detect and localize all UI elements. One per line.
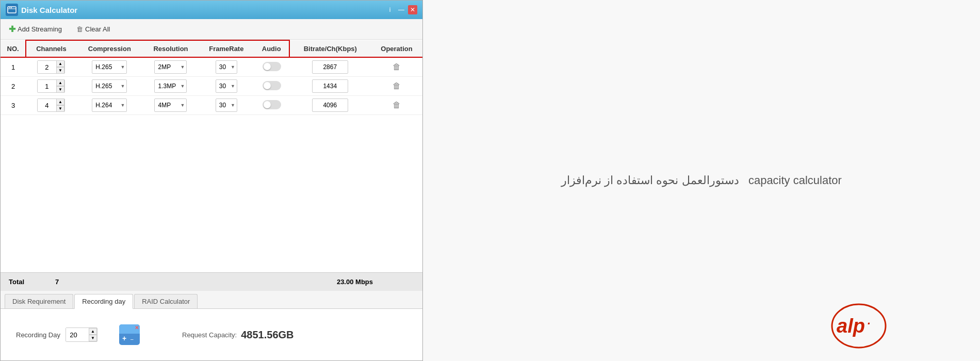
channels-up-0[interactable]: ▲ [56, 60, 64, 67]
bitrate-input-1[interactable] [312, 79, 348, 93]
channels-down-0[interactable]: ▼ [56, 67, 64, 74]
row-audio-2[interactable] [254, 96, 289, 115]
row-channels-2[interactable]: ▲ ▼ [26, 96, 76, 115]
recording-day-label: Recording Day [16, 331, 60, 339]
table-row: 3 ▲ ▼ H.265H.264H.264+H.265+▼2MP1.3MP4MP… [1, 96, 422, 115]
row-framerate-1[interactable]: 302515105▼ [199, 77, 254, 96]
audio-toggle-0[interactable] [263, 62, 281, 71]
svg-point-2 [9, 7, 10, 8]
row-compression-1[interactable]: H.265H.264H.264+H.265+▼ [76, 77, 143, 96]
framerate-select-2[interactable]: 302515105 [216, 99, 237, 112]
col-channels: Channels [26, 40, 76, 57]
calculator-icon: ✕ + – [118, 323, 141, 346]
trash-icon: 🗑 [76, 25, 83, 33]
day-spin-buttons: ▲ ▼ [89, 328, 97, 341]
add-streaming-button[interactable]: ✚ Add Streaming [6, 23, 65, 36]
channels-input-1[interactable] [38, 80, 56, 92]
row-resolution-0[interactable]: 2MP1.3MP4MP8MP1MP▼ [143, 57, 199, 77]
channels-down-2[interactable]: ▼ [56, 105, 64, 112]
audio-toggle-1[interactable] [263, 81, 281, 90]
table-row: 2 ▲ ▼ H.265H.264H.264+H.265+▼2MP1.3MP4MP… [1, 77, 422, 96]
total-value: 7 [55, 278, 59, 286]
col-bitrate: Bitrate/Ch(Kbps) [289, 40, 371, 57]
table-row: 1 ▲ ▼ H.265H.264H.264+H.265+▼2MP1.3MP4MP… [1, 57, 422, 77]
delete-btn-1[interactable]: 🗑 [389, 80, 404, 92]
col-no: NO. [1, 40, 26, 57]
col-operation: Operation [371, 40, 422, 57]
row-compression-2[interactable]: H.265H.264H.264+H.265+▼ [76, 96, 143, 115]
svg-text:alp: alp [837, 315, 865, 337]
row-operation-2[interactable]: 🗑 [371, 96, 422, 115]
svg-text:.: . [868, 314, 871, 327]
logo-area: alp . [830, 303, 887, 351]
framerate-select-0[interactable]: 302515105 [216, 60, 237, 74]
row-compression-0[interactable]: H.265H.264H.264+H.265+▼ [76, 57, 143, 77]
col-resolution: Resolution [143, 40, 199, 57]
audio-toggle-2[interactable] [263, 100, 281, 109]
recording-day-input[interactable] [66, 328, 89, 341]
tab-disk-requirement[interactable]: Disk Requirement [5, 294, 73, 308]
svg-text:–: – [130, 336, 134, 342]
total-bar: Total 7 23.00 Mbps [1, 272, 422, 291]
channels-input-2[interactable] [38, 99, 56, 111]
tab-raid-calculator[interactable]: RAID Calculator [134, 294, 198, 308]
row-channels-0[interactable]: ▲ ▼ [26, 57, 76, 77]
app-title: Disk Calculator [21, 6, 77, 14]
right-panel: capacity calculator دستورالعمل نحوه استف… [423, 0, 980, 361]
capacity-value: 4851.56GB [241, 329, 293, 341]
col-framerate: FrameRate [199, 40, 254, 57]
compression-select-1[interactable]: H.265H.264H.264+H.265+ [92, 79, 127, 93]
svg-rect-6 [119, 331, 140, 334]
row-resolution-1[interactable]: 2MP1.3MP4MP8MP1MP▼ [143, 77, 199, 96]
plus-icon: ✚ [9, 24, 15, 34]
right-panel-text: capacity calculator دستورالعمل نحوه استف… [561, 170, 842, 191]
compression-select-0[interactable]: H.265H.264H.264+H.265+ [92, 60, 127, 74]
svg-rect-0 [8, 7, 16, 13]
row-no-0: 1 [1, 57, 26, 77]
row-bitrate-2[interactable] [289, 96, 371, 115]
col-compression: Compression [76, 40, 143, 57]
row-audio-1[interactable] [254, 77, 289, 96]
svg-text:+: + [122, 334, 126, 342]
day-input-wrap: ▲ ▼ [66, 327, 97, 342]
svg-text:✕: ✕ [135, 325, 139, 331]
delete-btn-2[interactable]: 🗑 [389, 100, 404, 111]
stream-table-area: NO. Channels Compression Resolution Fram… [1, 40, 422, 272]
row-framerate-0[interactable]: 302515105▼ [199, 57, 254, 77]
bitrate-input-2[interactable] [312, 99, 348, 112]
row-framerate-2[interactable]: 302515105▼ [199, 96, 254, 115]
tab-recording-day[interactable]: Recording day [74, 294, 133, 309]
day-spin-down[interactable]: ▼ [89, 335, 97, 341]
col-audio: Audio [254, 40, 289, 57]
day-spin-up[interactable]: ▲ [89, 328, 97, 335]
resolution-select-1[interactable]: 2MP1.3MP4MP8MP1MP [154, 79, 187, 93]
row-operation-0[interactable]: 🗑 [371, 57, 422, 77]
row-operation-1[interactable]: 🗑 [371, 77, 422, 96]
info-button[interactable]: i [385, 5, 395, 14]
stream-table: NO. Channels Compression Resolution Fram… [1, 40, 422, 115]
resolution-select-2[interactable]: 2MP1.3MP4MP8MP1MP [154, 99, 187, 112]
row-bitrate-1[interactable] [289, 77, 371, 96]
total-label: Total [9, 278, 24, 286]
close-button[interactable]: ✕ [408, 5, 417, 14]
row-resolution-2[interactable]: 2MP1.3MP4MP8MP1MP▼ [143, 96, 199, 115]
channels-input-0[interactable] [38, 61, 56, 73]
row-channels-1[interactable]: ▲ ▼ [26, 77, 76, 96]
title-bar: Disk Calculator i — ✕ [1, 1, 422, 19]
clear-all-button[interactable]: 🗑 Clear All [73, 24, 113, 35]
compression-select-2[interactable]: H.265H.264H.264+H.265+ [92, 99, 127, 112]
channels-up-1[interactable]: ▲ [56, 79, 64, 86]
framerate-select-1[interactable]: 302515105 [216, 79, 237, 93]
total-mbps: 23.00 Mbps [337, 278, 373, 286]
delete-btn-0[interactable]: 🗑 [389, 61, 404, 73]
row-no-2: 3 [1, 96, 26, 115]
minimize-button[interactable]: — [397, 5, 406, 14]
row-bitrate-0[interactable] [289, 57, 371, 77]
channels-up-2[interactable]: ▲ [56, 99, 64, 105]
resolution-select-0[interactable]: 2MP1.3MP4MP8MP1MP [154, 60, 187, 74]
channels-down-1[interactable]: ▼ [56, 86, 64, 93]
app-icon [6, 4, 18, 16]
bitrate-input-0[interactable] [312, 60, 348, 74]
row-no-1: 2 [1, 77, 26, 96]
row-audio-0[interactable] [254, 57, 289, 77]
